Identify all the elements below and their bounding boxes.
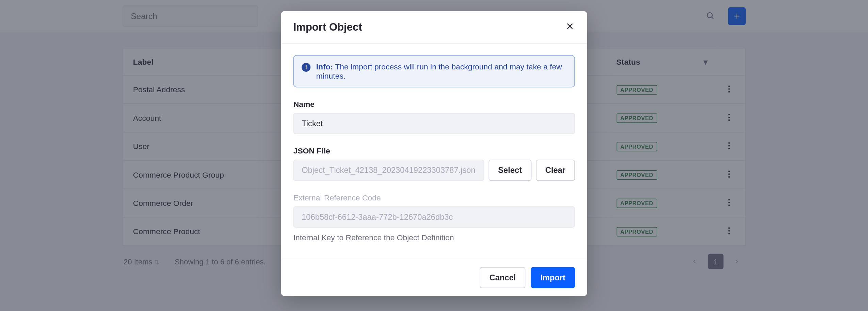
erc-label: External Reference Code bbox=[293, 193, 575, 202]
alert-label: Info: bbox=[316, 62, 333, 71]
modal-overlay[interactable]: Import Object i Info: The import process… bbox=[0, 0, 868, 311]
alert-text: The import process will run in the backg… bbox=[316, 62, 562, 80]
name-label: Name bbox=[293, 100, 575, 109]
clear-button[interactable]: Clear bbox=[536, 160, 575, 181]
select-button[interactable]: Select bbox=[489, 160, 531, 181]
name-form-group: Name bbox=[293, 100, 575, 134]
info-alert: i Info: The import process will run in t… bbox=[293, 55, 575, 87]
modal-footer: Cancel Import bbox=[281, 259, 587, 296]
erc-hint: Internal Key to Reference the Object Def… bbox=[293, 233, 575, 242]
import-object-modal: Import Object i Info: The import process… bbox=[281, 11, 587, 296]
import-button[interactable]: Import bbox=[531, 267, 575, 288]
jsonfile-form-group: JSON File Select Clear bbox=[293, 146, 575, 181]
name-input[interactable] bbox=[293, 113, 575, 134]
erc-input[interactable] bbox=[293, 207, 575, 228]
cancel-button[interactable]: Cancel bbox=[480, 267, 525, 288]
erc-form-group: External Reference Code Internal Key to … bbox=[293, 193, 575, 242]
jsonfile-label: JSON File bbox=[293, 146, 575, 155]
modal-title: Import Object bbox=[293, 21, 362, 33]
modal-header: Import Object bbox=[281, 11, 587, 44]
jsonfile-input bbox=[293, 160, 484, 181]
modal-body: i Info: The import process will run in t… bbox=[281, 44, 587, 259]
close-icon[interactable] bbox=[565, 21, 575, 33]
info-icon: i bbox=[302, 63, 310, 72]
